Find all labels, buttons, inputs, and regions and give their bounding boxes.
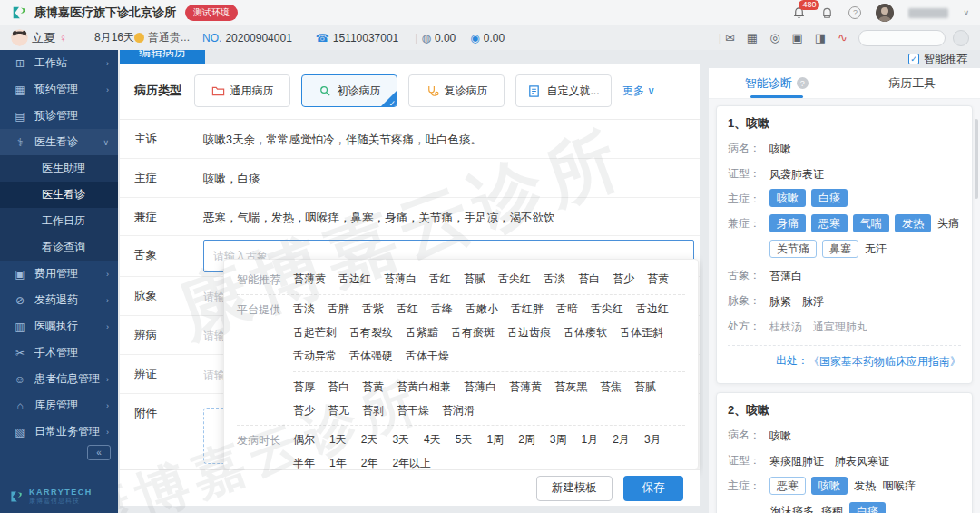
symptom-tag[interactable]: 无汗 [864, 239, 887, 259]
record-type-general[interactable]: 通用病历 [194, 74, 290, 107]
suggestion-chip[interactable]: 舌嫩小 [466, 301, 498, 317]
suggestion-chip[interactable]: 舌红 [397, 301, 418, 317]
sidebar-item[interactable]: 工作日历 [0, 208, 118, 234]
symptom-tag[interactable]: 恶寒 [769, 477, 806, 495]
duration-chip[interactable]: 1天 [329, 432, 347, 448]
sidebar-item[interactable]: ▦ 预约管理 › [0, 76, 118, 103]
user-avatar[interactable] [876, 4, 894, 22]
suggestion-chip[interactable]: 苔白 [328, 380, 349, 395]
suggestion-chip[interactable]: 舌暗 [556, 301, 578, 317]
symptom-tag[interactable]: 白痰 [849, 502, 886, 513]
sidebar-item[interactable]: 医生助理 [0, 155, 118, 182]
help-icon[interactable]: ? [848, 6, 861, 19]
accompany-symptom-value[interactable]: 恶寒，气喘，发热，咽喉痒，鼻塞，身痛，关节痛，手足凉，渴不欲饮 [192, 198, 700, 236]
suggestion-chip[interactable]: 舌体歪斜 [620, 325, 663, 340]
suggestion-chip[interactable]: 舌边红 [636, 301, 669, 317]
record-type-custom[interactable]: 自定义就... [515, 74, 612, 107]
sidebar-item[interactable]: ▤ 预诊管理 [0, 103, 118, 129]
suggestion-chip[interactable]: 舌红 [429, 271, 451, 288]
suggestion-chip[interactable]: 舌红胖 [511, 301, 544, 317]
tab-smart-diagnosis[interactable]: 智能诊断 ? [709, 68, 845, 98]
duration-chip[interactable]: 偶尔 [293, 432, 315, 448]
duration-chip[interactable]: 1月 [582, 432, 599, 448]
duration-chip[interactable]: 半年 [293, 456, 315, 469]
symptom-tag[interactable]: 鼻塞 [822, 240, 858, 258]
suggestion-chip[interactable]: 苔黄白相兼 [397, 380, 451, 395]
sidebar-item[interactable]: ▧ 日常业务管理 › [0, 419, 118, 445]
suggestion-chip[interactable]: 苔薄白 [384, 271, 416, 288]
duration-chip[interactable]: 3天 [392, 432, 409, 448]
symptom-tag[interactable]: 泡沫痰多 [769, 501, 815, 513]
suggestion-chip[interactable]: 舌起芒刺 [293, 325, 337, 340]
suggestion-chip[interactable]: 舌绛 [431, 301, 453, 317]
suggestion-chip[interactable]: 舌体痿软 [564, 325, 607, 340]
duration-chip[interactable]: 1年 [329, 456, 347, 469]
suggestion-chip[interactable]: 舌体干燥 [406, 349, 449, 364]
symptom-tag[interactable]: 发热 [895, 214, 931, 232]
announcement-icon[interactable] [820, 6, 834, 20]
symptom-tag[interactable]: 发热 [853, 476, 877, 496]
grid-icon[interactable]: ▦ [747, 31, 758, 44]
sidebar-item[interactable]: ⊞ 工作站 › [0, 50, 118, 76]
suggestion-chip[interactable]: 苔少 [612, 271, 634, 288]
scrollbar-thumb[interactable] [975, 119, 978, 199]
duration-chip[interactable]: 1周 [486, 432, 504, 448]
sidebar-item[interactable]: ▣ 费用管理 › [0, 261, 118, 287]
duration-chip[interactable]: 4天 [424, 432, 441, 448]
suggestion-chip[interactable]: 苔黄 [647, 271, 669, 288]
chart-icon[interactable]: ∿ [838, 31, 848, 44]
suggestion-chip[interactable]: 舌淡 [544, 271, 565, 288]
suggestion-chip[interactable]: 苔白 [578, 271, 600, 288]
duration-chip[interactable]: 2周 [518, 432, 535, 448]
sidebar-item[interactable]: 看诊查询 [0, 234, 118, 261]
suggestion-chip[interactable]: 舌体强硬 [349, 349, 393, 364]
record-type-return-visit[interactable]: 复诊病历 [408, 74, 505, 107]
suggestion-chip[interactable]: 苔厚 [293, 380, 315, 395]
symptom-tag[interactable]: 白痰 [811, 189, 848, 207]
quick-search-input[interactable] [858, 30, 946, 46]
record-icon[interactable]: ◎ [769, 31, 779, 44]
more-round-button[interactable] [953, 30, 969, 46]
suggestion-chip[interactable]: 苔润滑 [442, 403, 475, 419]
duration-chip[interactable]: 2月 [612, 432, 630, 448]
sidebar-item[interactable]: ▥ 医嘱执行 › [0, 313, 118, 340]
duration-chip[interactable]: 2天 [361, 432, 378, 448]
suggestion-chip[interactable]: 苔黄 [362, 380, 384, 395]
duration-chip[interactable]: 3月 [644, 432, 662, 448]
sidebar-item[interactable]: ⊘ 发药退药 › [0, 287, 118, 313]
sidebar-item[interactable]: ⌂ 库房管理 › [0, 392, 118, 419]
sidebar-item[interactable]: ☺ 患者信息管理 › [0, 366, 118, 392]
suggestion-chip[interactable]: 苔剥 [362, 403, 384, 419]
duration-chip[interactable]: 3周 [550, 432, 567, 448]
suggestion-chip[interactable]: 舌边红 [338, 271, 371, 288]
info-icon[interactable]: ? [797, 77, 808, 89]
smart-recommend-checkbox[interactable]: ✓ [908, 54, 919, 64]
suggestion-chip[interactable]: 舌边齿痕 [507, 325, 551, 340]
duration-chip[interactable]: 2年以上 [392, 456, 431, 469]
sidebar-item[interactable]: ✂ 手术管理 [0, 340, 118, 366]
sidebar-collapse-button[interactable]: « [87, 445, 111, 460]
suggestion-chip[interactable]: 舌紫黯 [406, 325, 438, 340]
suggestion-chip[interactable]: 舌尖红 [591, 301, 623, 317]
suggestion-chip[interactable]: 舌动异常 [293, 349, 337, 364]
notification-bell-icon[interactable]: 480 [792, 6, 806, 20]
suggestion-chip[interactable]: 苔薄黄 [293, 271, 326, 288]
sidebar-item[interactable]: 医生看诊 [0, 182, 118, 208]
symptom-tag[interactable]: 痰稠 [820, 501, 844, 513]
tab-record-tools[interactable]: 病历工具 [845, 68, 980, 98]
symptom-tag[interactable]: 关节痛 [769, 240, 817, 258]
user-menu-chevron-icon[interactable]: ∨ [963, 8, 969, 17]
suggestion-chip[interactable]: 苔薄黄 [509, 380, 542, 395]
suggestion-chip[interactable]: 苔腻 [634, 380, 656, 395]
main-symptom-value[interactable]: 咳嗽，白痰 [192, 159, 700, 197]
symptom-tag[interactable]: 恶寒 [811, 214, 848, 232]
print-icon[interactable]: ▣ [792, 31, 803, 44]
suggestion-chip[interactable]: 苔少 [293, 403, 315, 419]
suggestion-chip[interactable]: 苔无 [328, 403, 349, 419]
sidebar-item[interactable]: ⚕ 医生看诊 ∨ [0, 129, 118, 155]
record-type-first-visit[interactable]: 初诊病历 [301, 74, 397, 107]
save-button[interactable]: 保存 [623, 476, 683, 501]
message-icon[interactable]: ✉ [725, 31, 735, 44]
symptom-tag[interactable]: 头痛 [936, 213, 960, 233]
duration-chip[interactable]: 2年 [361, 456, 378, 469]
